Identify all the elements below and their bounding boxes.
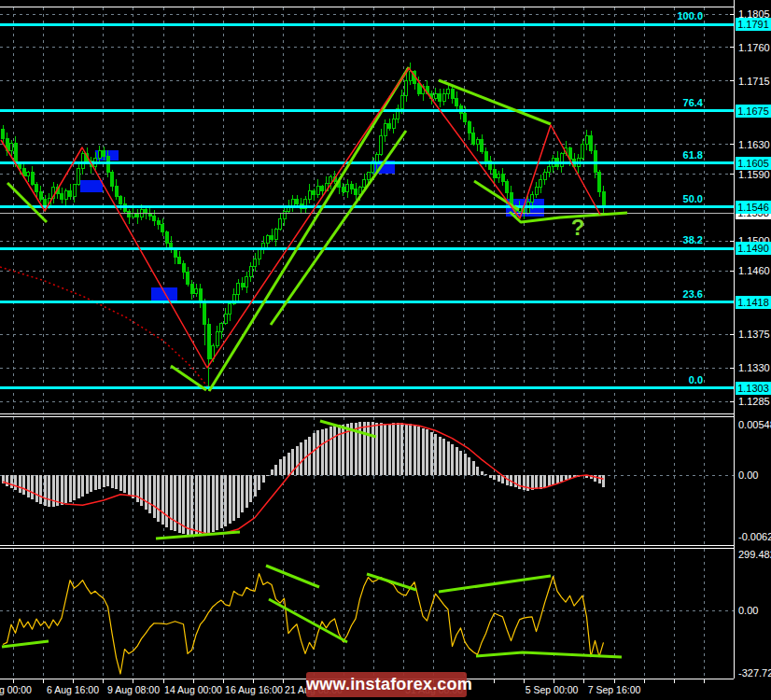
time-tick-label: 9 Aug 08:00 bbox=[107, 684, 160, 695]
fib-price-label: 1.1791 bbox=[736, 18, 771, 31]
fib-level-label: 0.0 bbox=[689, 374, 703, 385]
chart-canvas[interactable] bbox=[0, 0, 771, 700]
fib-level-label: 23.6 bbox=[683, 288, 703, 300]
fib-level-label: 50.0 bbox=[683, 193, 703, 204]
macd-max-label: 0.00548 bbox=[738, 418, 771, 431]
question-mark-annotation: ? bbox=[564, 215, 592, 241]
fib-price-label: 1.1303 bbox=[736, 382, 771, 395]
time-tick-label: Aug 00:00 bbox=[0, 684, 32, 695]
cci-max-label: 299.482 bbox=[738, 548, 771, 561]
price-tick-label: 1.1460 bbox=[738, 264, 770, 277]
cci-zero-label: 0.00 bbox=[738, 604, 758, 617]
price-tick-label: 1.1330 bbox=[738, 361, 770, 374]
fib-price-label: 1.1546 bbox=[736, 201, 771, 214]
fib-price-label: 1.1675 bbox=[736, 105, 771, 118]
fib-level-label: 61.8 bbox=[683, 149, 703, 161]
fib-level-label: 76.4 bbox=[683, 97, 703, 108]
time-tick-label: 7 Sep 16:00 bbox=[588, 684, 641, 695]
macd-min-label: -0.00628 bbox=[738, 530, 771, 543]
price-tick-label: 1.1590 bbox=[738, 168, 770, 181]
instaforex-watermark: www.instaforex.com bbox=[306, 672, 467, 697]
time-tick-label: 16 Aug 16:00 bbox=[225, 684, 283, 695]
time-tick-label: 14 Aug 00:00 bbox=[164, 684, 222, 695]
trading-chart-window: 1.15381.18051.17601.17151.16301.15901.15… bbox=[0, 0, 771, 700]
price-tick-label: 1.1630 bbox=[738, 138, 770, 151]
price-tick-label: 1.1760 bbox=[738, 41, 770, 54]
fib-price-label: 1.1490 bbox=[736, 242, 771, 255]
cci-min-label: -327.725 bbox=[738, 666, 771, 679]
fib-price-label: 1.1418 bbox=[736, 296, 771, 309]
fib-price-label: 1.1605 bbox=[736, 157, 771, 170]
macd-zero-label: 0.00 bbox=[738, 469, 758, 482]
price-tick-label: 1.1375 bbox=[738, 328, 770, 341]
fib-level-label: 100.0 bbox=[677, 10, 703, 21]
time-tick-label: 6 Aug 16:00 bbox=[47, 684, 99, 695]
time-tick-label: 5 Sep 00:00 bbox=[526, 684, 579, 695]
fib-level-label: 38.2 bbox=[683, 234, 703, 245]
price-tick-label: 1.1285 bbox=[738, 395, 770, 408]
price-tick-label: 1.1715 bbox=[738, 75, 770, 88]
